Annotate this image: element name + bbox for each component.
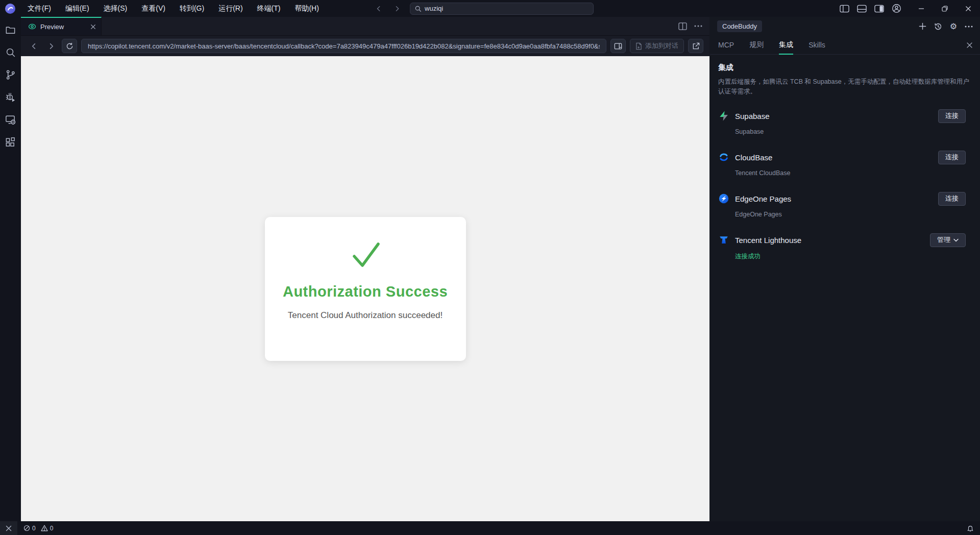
tab-rules[interactable]: 规则	[749, 36, 764, 54]
history-back-button[interactable]	[373, 3, 384, 14]
integration-lighthouse: Tencent Lighthouse 管理 连接成功	[718, 233, 973, 261]
menu-help[interactable]: 帮助(H)	[289, 2, 324, 15]
authorization-message: Tencent Cloud Authorization succeeded!	[288, 310, 443, 321]
edgeone-connect-button[interactable]: 连接	[938, 192, 966, 206]
title-bar: 文件(F) 编辑(E) 选择(S) 查看(V) 转到(G) 运行(R) 终端(T…	[0, 0, 980, 17]
warnings-count: 0	[50, 525, 54, 532]
toggle-left-sidebar-icon[interactable]	[839, 4, 849, 14]
integration-supabase: Supabase 连接 Supabase	[718, 109, 973, 135]
editor-tab-bar: Preview	[21, 17, 709, 36]
success-checkmark-icon	[349, 240, 382, 270]
integration-subtitle: EdgeOne Pages	[735, 211, 973, 218]
menu-run[interactable]: 运行(R)	[213, 2, 248, 15]
edgeone-logo-icon	[718, 193, 729, 204]
add-to-chat-label: 添加到对话	[645, 41, 678, 51]
account-icon[interactable]	[891, 4, 901, 14]
integration-cloudbase: CloudBase 连接 Tencent CloudBase	[718, 151, 973, 177]
authorization-title: Authorization Success	[283, 283, 448, 300]
panel-tabs: MCP 规则 集成 Skills	[710, 36, 980, 55]
warnings-icon	[41, 525, 48, 531]
menu-terminal[interactable]: 终端(T)	[252, 2, 286, 15]
integration-name: Supabase	[735, 112, 770, 120]
browser-back-button[interactable]	[27, 39, 40, 53]
source-control-icon[interactable]	[4, 68, 17, 81]
app-window: 文件(F) 编辑(E) 选择(S) 查看(V) 转到(G) 运行(R) 终端(T…	[0, 0, 980, 535]
activity-bar	[0, 17, 21, 521]
minimize-button[interactable]	[910, 0, 933, 17]
url-bar[interactable]	[81, 39, 606, 53]
history-forward-button[interactable]	[391, 3, 403, 14]
history-icon[interactable]	[934, 22, 942, 31]
search-icon[interactable]	[4, 45, 17, 59]
search-icon	[414, 5, 422, 12]
editor-area: Preview	[21, 17, 709, 521]
tab-label: Preview	[40, 23, 86, 31]
toggle-bottom-panel-icon[interactable]	[856, 4, 867, 14]
section-description: 内置后端服务，如腾讯云 TCB 和 Supabase，无需手动配置，自动处理数据…	[718, 77, 973, 97]
more-actions-icon[interactable]	[694, 25, 702, 27]
integration-name: CloudBase	[735, 153, 772, 162]
tab-integrations[interactable]: 集成	[779, 36, 793, 54]
status-bar: 0 0	[0, 521, 980, 535]
menu-view[interactable]: 查看(V)	[136, 2, 170, 15]
integration-name: EdgeOne Pages	[735, 194, 791, 203]
problems-counter[interactable]: 0 0	[23, 525, 56, 532]
supabase-logo-icon	[718, 110, 729, 121]
lighthouse-logo-icon	[718, 234, 729, 246]
restore-button[interactable]	[933, 0, 957, 17]
tab-mcp[interactable]: MCP	[718, 36, 734, 54]
menu-go[interactable]: 转到(G)	[175, 2, 209, 15]
errors-count: 0	[32, 525, 36, 532]
codebuddy-panel: CodeBuddy ⚙ MCP 规则 集成 Skills	[709, 17, 980, 521]
remote-indicator-icon[interactable]	[0, 521, 17, 535]
remote-explorer-icon[interactable]	[4, 113, 17, 126]
toggle-right-sidebar-icon[interactable]	[874, 4, 884, 14]
run-debug-icon[interactable]	[4, 90, 17, 104]
tab-skills[interactable]: Skills	[808, 36, 825, 54]
integration-name: Tencent Lighthouse	[735, 236, 801, 245]
supabase-connect-button[interactable]: 连接	[938, 109, 966, 123]
search-input[interactable]	[425, 5, 589, 12]
split-editor-icon[interactable]	[678, 22, 687, 30]
menu-selection[interactable]: 选择(S)	[99, 2, 133, 15]
open-external-button[interactable]	[688, 39, 703, 53]
browser-preview: Authorization Success Tencent Cloud Auth…	[21, 56, 709, 521]
menu-bar: 文件(F) 编辑(E) 选择(S) 查看(V) 转到(G) 运行(R) 终端(T…	[22, 2, 324, 15]
device-toolbar-button[interactable]	[610, 39, 626, 53]
url-input[interactable]	[88, 42, 600, 50]
browser-forward-button[interactable]	[44, 39, 58, 53]
settings-gear-icon[interactable]: ⚙	[950, 22, 957, 31]
new-chat-icon[interactable]	[919, 22, 926, 30]
add-to-chat-button[interactable]: 添加到对话	[630, 39, 684, 53]
browser-toolbar: 添加到对话	[21, 36, 709, 56]
integration-subtitle: Tencent CloudBase	[735, 169, 973, 177]
explorer-folder-icon[interactable]	[4, 23, 17, 36]
close-window-button[interactable]	[957, 0, 980, 17]
errors-icon	[23, 525, 30, 531]
codebuddy-header: CodeBuddy ⚙	[710, 17, 980, 36]
cloudbase-connect-button[interactable]: 连接	[938, 151, 966, 164]
integration-list: Supabase 连接 Supabase CloudBase 连接 Tencen…	[718, 109, 973, 261]
integration-subtitle: Supabase	[735, 128, 973, 135]
integration-edgeone: EdgeOne Pages 连接 EdgeOne Pages	[718, 192, 973, 218]
command-search-box[interactable]	[410, 3, 594, 15]
reload-button[interactable]	[62, 39, 77, 53]
notifications-bell-icon[interactable]	[967, 525, 974, 532]
menu-file[interactable]: 文件(F)	[22, 2, 56, 15]
codebuddy-session-chip[interactable]: CodeBuddy	[717, 20, 762, 32]
panel-more-icon[interactable]	[965, 26, 973, 28]
preview-eye-icon	[28, 22, 36, 31]
chevron-down-icon	[953, 238, 959, 242]
add-file-icon	[635, 42, 642, 50]
app-logo-icon	[5, 4, 15, 14]
close-panel-icon[interactable]	[966, 36, 973, 55]
lighthouse-manage-button[interactable]: 管理	[930, 233, 966, 247]
menu-edit[interactable]: 编辑(E)	[60, 2, 94, 15]
extensions-icon[interactable]	[4, 135, 17, 149]
integrations-section: 集成 内置后端服务，如腾讯云 TCB 和 Supabase，无需手动配置，自动处…	[710, 55, 980, 261]
cloudbase-logo-icon	[718, 152, 729, 163]
authorization-card: Authorization Success Tencent Cloud Auth…	[265, 217, 466, 361]
integration-status: 连接成功	[735, 252, 973, 261]
tab-close-icon[interactable]	[90, 24, 96, 30]
tab-preview[interactable]: Preview	[21, 17, 102, 35]
